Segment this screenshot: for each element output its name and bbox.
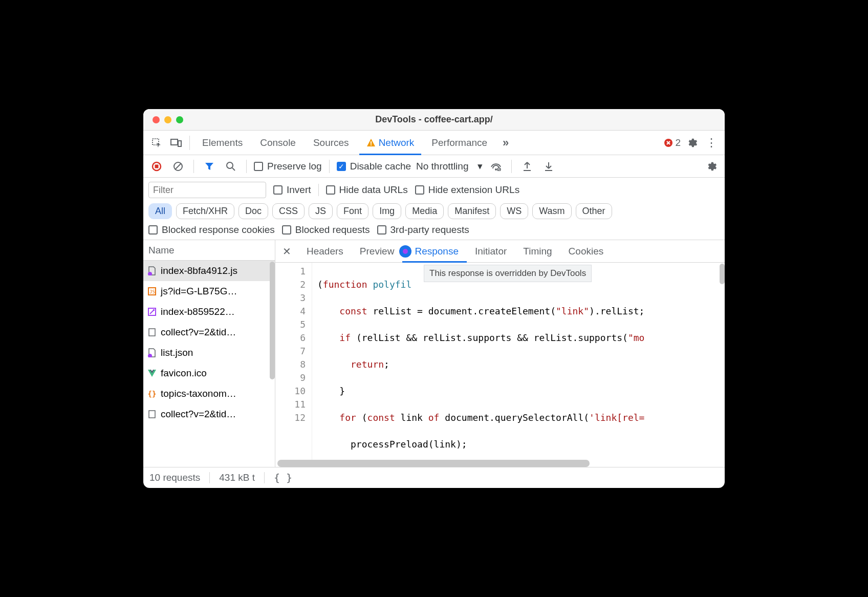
chip-all[interactable]: All — [148, 203, 172, 219]
filter-input[interactable] — [148, 182, 266, 198]
error-icon — [664, 138, 673, 147]
upload-har-icon[interactable] — [519, 158, 535, 175]
chip-other[interactable]: Other — [576, 203, 612, 219]
tab-network[interactable]: Network — [359, 131, 422, 155]
blocked-cookies-checkbox[interactable]: Blocked response cookies — [148, 224, 275, 236]
tab-response[interactable]: Response — [402, 240, 467, 263]
inspect-element-icon[interactable] — [148, 135, 165, 151]
request-row[interactable]: collect?v=2&tid… — [143, 322, 275, 343]
vertical-scrollbar[interactable] — [720, 263, 725, 467]
svg-point-12 — [495, 168, 497, 170]
titlebar: DevTools - coffee-cart.app/ — [143, 109, 725, 131]
svg-rect-3 — [371, 141, 372, 144]
request-name: index-8bfa4912.js — [161, 265, 237, 276]
request-row[interactable]: index-8bfa4912.js — [143, 261, 275, 281]
tab-performance[interactable]: Performance — [424, 131, 494, 155]
js-override-icon — [147, 266, 157, 275]
detail-tabs: ✕ Headers Preview Response Initiator Tim… — [275, 240, 725, 263]
request-items: index-8bfa4912.js JS js?id=G-LB75G… inde… — [143, 261, 275, 467]
request-name: list.json — [161, 347, 193, 358]
separator — [246, 160, 247, 173]
devtools-window: DevTools - coffee-cart.app/ Elements Con… — [143, 109, 725, 488]
chip-media[interactable]: Media — [405, 203, 444, 219]
request-row[interactable]: {} topics-taxonom… — [143, 383, 275, 404]
network-settings-gear-icon[interactable] — [703, 158, 720, 175]
tab-cookies[interactable]: Cookies — [560, 240, 612, 263]
tab-elements[interactable]: Elements — [195, 131, 250, 155]
request-name: index-b859522… — [161, 306, 235, 317]
filter-toggle-icon[interactable] — [201, 158, 218, 175]
doc-icon — [147, 328, 157, 337]
request-list-header[interactable]: Name — [143, 240, 275, 261]
third-party-checkbox[interactable]: 3rd-party requests — [377, 224, 469, 236]
svg-rect-22 — [149, 411, 155, 418]
override-indicator-icon — [401, 247, 410, 256]
invert-checkbox[interactable]: Invert — [273, 184, 311, 196]
request-list: Name index-8bfa4912.js JS js?id=G-LB75G… — [143, 240, 275, 467]
request-row[interactable]: list.json — [143, 343, 275, 363]
css-icon — [147, 307, 157, 316]
json-braces-icon: {} — [147, 389, 157, 398]
record-button[interactable] — [148, 158, 165, 175]
clear-button[interactable] — [170, 158, 186, 175]
chip-css[interactable]: CSS — [272, 203, 305, 219]
tab-console[interactable]: Console — [253, 131, 303, 155]
pretty-print-icon[interactable]: { } — [274, 472, 292, 484]
svg-point-21 — [148, 354, 152, 357]
throttling-select[interactable]: No throttling ▾ — [416, 160, 483, 172]
svg-rect-7 — [155, 164, 159, 168]
blocked-requests-checkbox[interactable]: Blocked requests — [282, 224, 370, 236]
request-row[interactable]: favicon.ico — [143, 363, 275, 383]
network-content: Name index-8bfa4912.js JS js?id=G-LB75G… — [143, 240, 725, 467]
more-tabs-chevron-icon[interactable]: » — [497, 135, 514, 151]
warning-icon — [366, 138, 376, 147]
maximize-window-button[interactable] — [176, 116, 183, 123]
preserve-log-checkbox[interactable]: Preserve log — [254, 161, 322, 172]
request-name: favicon.ico — [161, 368, 207, 379]
download-har-icon[interactable] — [540, 158, 557, 175]
disable-cache-checkbox[interactable]: ✓ Disable cache — [337, 161, 411, 172]
issues-button[interactable]: 2 — [664, 135, 681, 151]
chip-wasm[interactable]: Wasm — [532, 203, 571, 219]
request-list-scrollbar[interactable] — [270, 262, 275, 379]
svg-text:JS: JS — [149, 289, 155, 294]
chip-fetch-xhr[interactable]: Fetch/XHR — [176, 203, 234, 219]
minimize-window-button[interactable] — [164, 116, 171, 123]
chip-img[interactable]: Img — [373, 203, 401, 219]
close-panel-icon[interactable]: ✕ — [275, 245, 298, 258]
close-window-button[interactable] — [153, 116, 160, 123]
vue-favicon-icon — [147, 369, 157, 378]
chip-doc[interactable]: Doc — [238, 203, 268, 219]
search-icon[interactable] — [223, 158, 239, 175]
device-toggle-icon[interactable] — [168, 135, 184, 151]
settings-gear-icon[interactable] — [684, 135, 700, 151]
chip-js[interactable]: JS — [309, 203, 333, 219]
chip-manifest[interactable]: Manifest — [448, 203, 496, 219]
request-row[interactable]: collect?v=2&tid… — [143, 404, 275, 424]
checkbox-icon — [148, 225, 158, 234]
traffic-lights — [153, 116, 183, 123]
js-icon: JS — [147, 287, 157, 296]
chip-ws[interactable]: WS — [500, 203, 528, 219]
hide-extension-urls-checkbox[interactable]: Hide extension URLs — [415, 184, 519, 196]
chip-font[interactable]: Font — [337, 203, 368, 219]
tab-initiator[interactable]: Initiator — [467, 240, 515, 263]
svg-line-9 — [175, 163, 181, 169]
kebab-menu-icon[interactable]: ⋮ — [703, 135, 720, 151]
hide-data-urls-checkbox[interactable]: Hide data URLs — [326, 184, 408, 196]
svg-rect-2 — [178, 141, 181, 146]
network-conditions-icon[interactable] — [488, 158, 504, 175]
tab-headers[interactable]: Headers — [298, 240, 352, 263]
tab-timing[interactable]: Timing — [515, 240, 560, 263]
tab-sources[interactable]: Sources — [306, 131, 356, 155]
request-row[interactable]: JS js?id=G-LB75G… — [143, 281, 275, 302]
checkbox-icon — [282, 225, 291, 234]
request-row[interactable]: index-b859522… — [143, 302, 275, 322]
doc-icon — [147, 410, 157, 419]
json-icon — [147, 348, 157, 357]
tab-preview[interactable]: Preview — [352, 240, 403, 263]
separator — [264, 472, 265, 483]
response-body[interactable]: 1 2 3 4 5 6 7 8 9 10 11 12 (function pol… — [275, 263, 725, 467]
request-name: js?id=G-LB75G… — [161, 286, 237, 297]
horizontal-scrollbar[interactable] — [275, 460, 719, 467]
